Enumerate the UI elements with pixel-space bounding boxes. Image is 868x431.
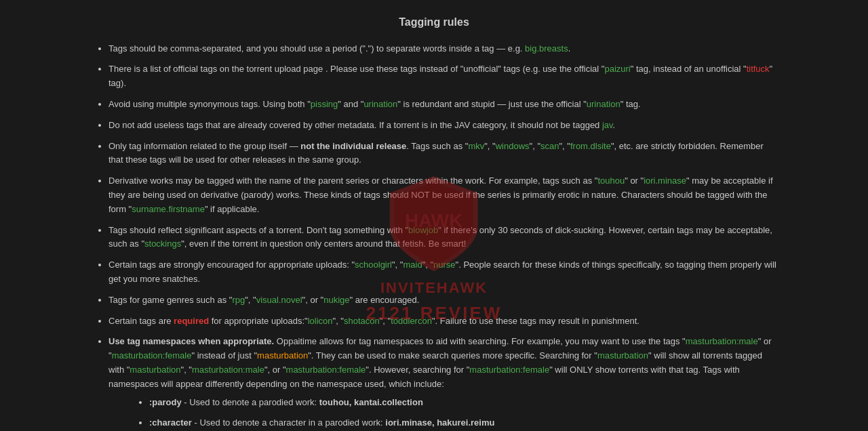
tag-link-nukige[interactable]: nukige	[323, 295, 349, 305]
list-item: Derivative works may be tagged with the …	[108, 174, 780, 216]
tag-link-lolicon[interactable]: lolicon	[308, 316, 333, 326]
list-item: There is a list of official tags on the …	[108, 62, 780, 91]
list-item: Tags for game genres such as "rpg", "vis…	[108, 293, 780, 308]
namespace-parody: :parody - Used to denote a parodied work…	[149, 396, 780, 410]
strong-not-individual: not the individual release	[300, 141, 406, 151]
list-item: Do not add useless tags that are already…	[108, 119, 780, 133]
tag-link-scan[interactable]: scan	[540, 141, 559, 151]
list-item: Only tag information related to the grou…	[108, 140, 780, 168]
tag-link-masturbation-show[interactable]: masturbation	[130, 365, 180, 375]
tag-link-visual-novel[interactable]: visual.novel	[256, 295, 302, 305]
ns-example-character: iori.minase, hakurei.reimu	[385, 417, 494, 428]
tag-link-nurse[interactable]: nurse	[433, 260, 456, 270]
tag-link-masturbation-plain[interactable]: masturbation	[257, 350, 308, 361]
tag-link-jav[interactable]: jav	[602, 120, 613, 130]
rules-list: Tags should be comma-separated, and you …	[88, 42, 780, 431]
tag-link-surname-firstname[interactable]: surname.firstname	[132, 204, 205, 214]
tag-link-masturbation-male-show[interactable]: masturbation:male	[192, 365, 264, 375]
tag-link-stockings[interactable]: stockings	[144, 239, 181, 249]
page-title: Tagging rules	[88, 14, 780, 31]
tag-link-masturbation-female-only[interactable]: masturbation:female	[469, 365, 549, 375]
tag-link-fromdlsite[interactable]: from.dlsite	[570, 141, 611, 151]
tag-link-titfuck[interactable]: titfuck	[747, 64, 770, 74]
tag-link-mkv[interactable]: mkv	[468, 141, 484, 151]
namespace-character: :character - Used to denote a character …	[149, 416, 780, 430]
tag-link-urination-2[interactable]: urination	[587, 99, 620, 109]
tag-link-paizuri[interactable]: paizuri	[604, 64, 630, 74]
tag-link-masturbation-search[interactable]: masturbation	[597, 350, 648, 361]
tag-link-windows[interactable]: windows	[496, 141, 530, 151]
ns-key-character: :character	[149, 417, 192, 428]
tag-link-iori-minase[interactable]: iori.minase	[644, 176, 686, 186]
tag-link-touhou[interactable]: touhou	[597, 176, 625, 186]
tag-link-maid[interactable]: maid	[403, 260, 422, 270]
tag-link-pissing[interactable]: pissing	[311, 99, 338, 109]
tag-link-schoolgirl[interactable]: schoolgirl	[355, 260, 392, 270]
list-item: Avoid using multiple synonymous tags. Us…	[108, 98, 780, 112]
list-item: Certain tags are strongly encouraged for…	[108, 258, 780, 287]
tag-link-masturbation-female-show[interactable]: masturbation:female	[286, 365, 366, 375]
tag-link-shotacon[interactable]: shotacon	[344, 316, 380, 326]
ns-key-parody: :parody	[149, 397, 182, 407]
required-label: required	[174, 316, 209, 326]
tag-link-blowjob[interactable]: blowjob	[408, 225, 438, 235]
namespace-intro: Use tag namespaces when appropriate.	[108, 336, 274, 346]
tag-link-masturbation-male[interactable]: masturbation:male	[686, 336, 758, 346]
list-item: Tags should be comma-separated, and you …	[108, 42, 780, 56]
tag-link-big-breasts[interactable]: big.breasts	[525, 43, 568, 54]
namespace-list: :parody - Used to denote a parodied work…	[108, 396, 780, 431]
list-item: Certain tags are required for appropriat…	[108, 314, 780, 329]
tag-link-rpg[interactable]: rpg	[232, 295, 245, 305]
page-wrapper: Tagging rules HAWK INVITEHAWK 2121 REVIE…	[61, 0, 807, 431]
tag-link-urination-1[interactable]: urination	[363, 99, 397, 109]
list-item: Tags should reflect significant aspects …	[108, 224, 780, 252]
ns-example-parody: touhou, kantai.collection	[319, 397, 423, 407]
tag-link-masturbation-female[interactable]: masturbation:female	[112, 350, 192, 361]
list-item: Use tag namespaces when appropriate. Opp…	[108, 335, 780, 431]
tag-link-toddlercon[interactable]: toddlercon	[391, 316, 432, 326]
